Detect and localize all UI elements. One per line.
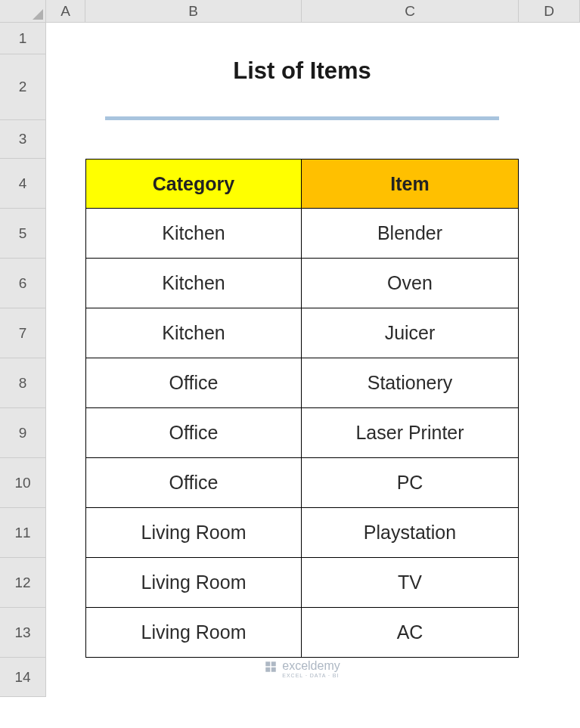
- cell-d11[interactable]: [519, 508, 580, 558]
- row-header-9[interactable]: 9: [0, 408, 46, 458]
- watermark-text: exceldemy EXCEL · DATA · BI: [282, 659, 340, 678]
- row-header-14[interactable]: 14: [0, 658, 46, 697]
- table-row[interactable]: Office: [85, 358, 302, 408]
- cell-d3[interactable]: [519, 120, 580, 159]
- table-header-category[interactable]: Category: [85, 159, 302, 209]
- row-header-6[interactable]: 6: [0, 259, 46, 308]
- table-row[interactable]: Kitchen: [85, 308, 302, 358]
- row-header-7[interactable]: 7: [0, 308, 46, 358]
- table-header-item[interactable]: Item: [302, 159, 519, 209]
- table-row[interactable]: PC: [302, 458, 519, 508]
- cell-a7[interactable]: [46, 308, 85, 358]
- table-row[interactable]: Blender: [302, 209, 519, 259]
- watermark-brand: exceldemy: [282, 659, 340, 672]
- table-row[interactable]: TV: [302, 558, 519, 608]
- table-row[interactable]: Stationery: [302, 358, 519, 408]
- cell-b1[interactable]: [85, 23, 302, 54]
- cell-a9[interactable]: [46, 408, 85, 458]
- row-header-12[interactable]: 12: [0, 558, 46, 608]
- row-header-11[interactable]: 11: [0, 508, 46, 558]
- row-header-4[interactable]: 4: [0, 159, 46, 209]
- cell-a14[interactable]: [46, 658, 85, 697]
- cell-d2[interactable]: [519, 54, 580, 120]
- cell-d5[interactable]: [519, 209, 580, 259]
- cell-a4[interactable]: [46, 159, 85, 209]
- cell-d8[interactable]: [519, 358, 580, 408]
- cell-a1[interactable]: [46, 23, 85, 54]
- cell-a6[interactable]: [46, 259, 85, 308]
- row-header-13[interactable]: 13: [0, 608, 46, 658]
- cell-d6[interactable]: [519, 259, 580, 308]
- row-header-3[interactable]: 3: [0, 120, 46, 159]
- row-header-5[interactable]: 5: [0, 209, 46, 259]
- table-row[interactable]: Juicer: [302, 308, 519, 358]
- select-all-triangle[interactable]: [0, 0, 46, 23]
- spreadsheet-icon: [264, 660, 278, 674]
- row-header-1[interactable]: 1: [0, 23, 46, 54]
- table-row[interactable]: Office: [85, 458, 302, 508]
- cell-a3[interactable]: [46, 120, 85, 159]
- cell-a8[interactable]: [46, 358, 85, 408]
- cell-a12[interactable]: [46, 558, 85, 608]
- table-row[interactable]: Office: [85, 408, 302, 458]
- table-row[interactable]: Kitchen: [85, 209, 302, 259]
- cell-d12[interactable]: [519, 558, 580, 608]
- cell-d13[interactable]: [519, 608, 580, 658]
- row-header-10[interactable]: 10: [0, 458, 46, 508]
- watermark-tagline: EXCEL · DATA · BI: [282, 673, 340, 678]
- column-header-c[interactable]: C: [302, 0, 519, 23]
- table-row[interactable]: Living Room: [85, 558, 302, 608]
- column-header-b[interactable]: B: [85, 0, 302, 23]
- cell-d10[interactable]: [519, 458, 580, 508]
- cell-b3[interactable]: [85, 120, 302, 159]
- cell-d14[interactable]: [519, 658, 580, 697]
- column-header-a[interactable]: A: [46, 0, 85, 23]
- spreadsheet-grid: A B C D 1 2 List of Items 3 4 Category I…: [0, 0, 580, 697]
- column-header-d[interactable]: D: [519, 0, 580, 23]
- table-row[interactable]: Living Room: [85, 608, 302, 658]
- cell-a13[interactable]: [46, 608, 85, 658]
- cell-a2[interactable]: [46, 54, 85, 120]
- cell-d1[interactable]: [519, 23, 580, 54]
- table-row[interactable]: Laser Printer: [302, 408, 519, 458]
- cell-c3[interactable]: [302, 120, 519, 159]
- cell-d9[interactable]: [519, 408, 580, 458]
- cell-d7[interactable]: [519, 308, 580, 358]
- cell-d4[interactable]: [519, 159, 580, 209]
- watermark: exceldemy EXCEL · DATA · BI: [85, 658, 519, 697]
- page-title[interactable]: List of Items: [105, 54, 499, 120]
- row-header-8[interactable]: 8: [0, 358, 46, 408]
- cell-a10[interactable]: [46, 458, 85, 508]
- row-header-2[interactable]: 2: [0, 54, 46, 120]
- table-row[interactable]: Oven: [302, 259, 519, 308]
- cell-a5[interactable]: [46, 209, 85, 259]
- cell-c1[interactable]: [302, 23, 519, 54]
- table-row[interactable]: AC: [302, 608, 519, 658]
- table-row[interactable]: Living Room: [85, 508, 302, 558]
- cell-a11[interactable]: [46, 508, 85, 558]
- table-row[interactable]: Playstation: [302, 508, 519, 558]
- table-row[interactable]: Kitchen: [85, 259, 302, 308]
